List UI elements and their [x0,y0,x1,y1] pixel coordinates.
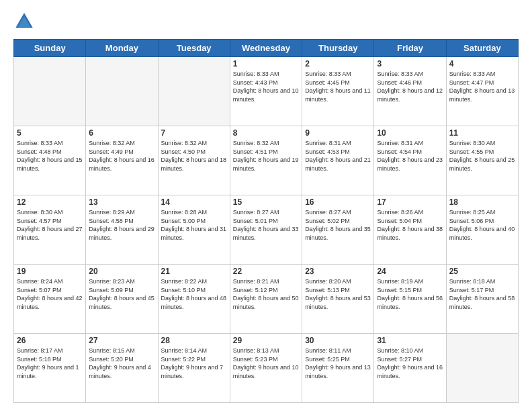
day-info: Sunrise: 8:33 AM Sunset: 4:48 PM Dayligh… [17,139,83,173]
calendar-day-cell: 10Sunrise: 8:31 AM Sunset: 4:54 PM Dayli… [374,126,446,195]
calendar-day-cell: 8Sunrise: 8:32 AM Sunset: 4:51 PM Daylig… [230,126,302,195]
calendar-week-row: 1Sunrise: 8:33 AM Sunset: 4:43 PM Daylig… [14,57,519,126]
day-info: Sunrise: 8:13 AM Sunset: 5:23 PM Dayligh… [233,347,299,380]
day-of-week-header: Tuesday [158,40,230,57]
day-number: 10 [377,128,443,138]
calendar-day-cell: 23Sunrise: 8:20 AM Sunset: 5:13 PM Dayli… [302,265,374,334]
day-number: 5 [17,128,83,138]
calendar-day-cell: 28Sunrise: 8:14 AM Sunset: 5:22 PM Dayli… [158,334,230,403]
day-info: Sunrise: 8:32 AM Sunset: 4:49 PM Dayligh… [89,139,154,173]
calendar-week-row: 5Sunrise: 8:33 AM Sunset: 4:48 PM Daylig… [14,126,519,195]
day-number: 20 [89,267,154,276]
day-info: Sunrise: 8:33 AM Sunset: 4:46 PM Dayligh… [377,70,443,103]
day-number: 25 [449,267,515,276]
day-number: 7 [161,128,227,138]
day-info: Sunrise: 8:32 AM Sunset: 4:51 PM Dayligh… [233,139,299,173]
day-number: 8 [233,128,299,138]
day-number: 15 [233,197,299,207]
calendar-day-cell: 12Sunrise: 8:30 AM Sunset: 4:57 PM Dayli… [14,195,86,265]
day-number: 17 [377,197,443,207]
day-info: Sunrise: 8:27 AM Sunset: 5:02 PM Dayligh… [305,208,371,242]
calendar-day-cell: 11Sunrise: 8:30 AM Sunset: 4:55 PM Dayli… [446,126,518,195]
day-of-week-header: Monday [86,40,158,57]
calendar-day-cell [158,57,230,126]
calendar-day-cell: 5Sunrise: 8:33 AM Sunset: 4:48 PM Daylig… [14,126,86,195]
calendar-day-cell: 6Sunrise: 8:32 AM Sunset: 4:49 PM Daylig… [86,126,158,195]
calendar-week-row: 12Sunrise: 8:30 AM Sunset: 4:57 PM Dayli… [14,195,519,265]
day-number: 6 [89,128,154,138]
day-info: Sunrise: 8:18 AM Sunset: 5:17 PM Dayligh… [449,277,515,311]
calendar-table: SundayMondayTuesdayWednesdayThursdayFrid… [13,39,519,403]
calendar-day-cell: 9Sunrise: 8:31 AM Sunset: 4:53 PM Daylig… [302,126,374,195]
calendar-day-cell: 14Sunrise: 8:28 AM Sunset: 5:00 PM Dayli… [158,195,230,265]
calendar-day-cell: 13Sunrise: 8:29 AM Sunset: 4:58 PM Dayli… [86,195,158,265]
day-of-week-header: Thursday [302,40,374,57]
day-number: 18 [449,197,515,207]
day-info: Sunrise: 8:26 AM Sunset: 5:04 PM Dayligh… [377,208,443,242]
day-info: Sunrise: 8:24 AM Sunset: 5:07 PM Dayligh… [17,277,83,311]
calendar-day-cell: 18Sunrise: 8:25 AM Sunset: 5:06 PM Dayli… [446,195,518,265]
day-number: 13 [89,197,154,207]
calendar-day-cell: 24Sunrise: 8:19 AM Sunset: 5:15 PM Dayli… [374,265,446,334]
logo [13,11,38,32]
calendar-day-cell: 15Sunrise: 8:27 AM Sunset: 5:01 PM Dayli… [230,195,302,265]
calendar-day-cell: 30Sunrise: 8:11 AM Sunset: 5:25 PM Dayli… [302,334,374,403]
day-of-week-header: Wednesday [230,40,302,57]
day-number: 21 [161,267,227,276]
calendar-day-cell: 31Sunrise: 8:10 AM Sunset: 5:27 PM Dayli… [374,334,446,403]
day-number: 30 [305,336,371,345]
calendar-day-cell: 16Sunrise: 8:27 AM Sunset: 5:02 PM Dayli… [302,195,374,265]
day-info: Sunrise: 8:28 AM Sunset: 5:00 PM Dayligh… [161,208,227,242]
calendar-day-cell: 7Sunrise: 8:32 AM Sunset: 4:50 PM Daylig… [158,126,230,195]
day-number: 12 [17,197,83,207]
day-info: Sunrise: 8:31 AM Sunset: 4:54 PM Dayligh… [377,139,443,173]
day-info: Sunrise: 8:30 AM Sunset: 4:57 PM Dayligh… [17,208,83,242]
day-number: 31 [377,336,443,345]
day-number: 26 [17,336,83,345]
day-number: 9 [305,128,371,138]
day-info: Sunrise: 8:19 AM Sunset: 5:15 PM Dayligh… [377,277,443,311]
day-info: Sunrise: 8:21 AM Sunset: 5:12 PM Dayligh… [233,277,299,311]
day-info: Sunrise: 8:31 AM Sunset: 4:53 PM Dayligh… [305,139,371,173]
day-number: 2 [305,59,371,68]
day-info: Sunrise: 8:33 AM Sunset: 4:43 PM Dayligh… [233,70,299,103]
day-info: Sunrise: 8:23 AM Sunset: 5:09 PM Dayligh… [89,277,154,311]
day-number: 19 [17,267,83,276]
day-number: 22 [233,267,299,276]
day-info: Sunrise: 8:29 AM Sunset: 4:58 PM Dayligh… [89,208,154,242]
calendar-day-cell: 1Sunrise: 8:33 AM Sunset: 4:43 PM Daylig… [230,57,302,126]
day-info: Sunrise: 8:32 AM Sunset: 4:50 PM Dayligh… [161,139,227,173]
day-info: Sunrise: 8:33 AM Sunset: 4:45 PM Dayligh… [305,70,371,103]
day-info: Sunrise: 8:11 AM Sunset: 5:25 PM Dayligh… [305,347,371,380]
day-info: Sunrise: 8:22 AM Sunset: 5:10 PM Dayligh… [161,277,227,311]
calendar-day-cell: 21Sunrise: 8:22 AM Sunset: 5:10 PM Dayli… [158,265,230,334]
day-number: 27 [89,336,154,345]
calendar-week-row: 26Sunrise: 8:17 AM Sunset: 5:18 PM Dayli… [14,334,519,403]
day-info: Sunrise: 8:10 AM Sunset: 5:27 PM Dayligh… [377,347,443,380]
day-info: Sunrise: 8:25 AM Sunset: 5:06 PM Dayligh… [449,208,515,242]
calendar-day-cell: 19Sunrise: 8:24 AM Sunset: 5:07 PM Dayli… [14,265,86,334]
calendar-day-cell [446,334,518,403]
calendar-day-cell: 2Sunrise: 8:33 AM Sunset: 4:45 PM Daylig… [302,57,374,126]
calendar-day-cell: 4Sunrise: 8:33 AM Sunset: 4:47 PM Daylig… [446,57,518,126]
day-info: Sunrise: 8:14 AM Sunset: 5:22 PM Dayligh… [161,347,227,380]
day-number: 16 [305,197,371,207]
day-of-week-header: Sunday [14,40,86,57]
day-info: Sunrise: 8:27 AM Sunset: 5:01 PM Dayligh… [233,208,299,242]
calendar-day-cell: 17Sunrise: 8:26 AM Sunset: 5:04 PM Dayli… [374,195,446,265]
day-info: Sunrise: 8:30 AM Sunset: 4:55 PM Dayligh… [449,139,515,173]
day-number: 29 [233,336,299,345]
page: SundayMondayTuesdayWednesdayThursdayFrid… [0,0,532,411]
day-info: Sunrise: 8:17 AM Sunset: 5:18 PM Dayligh… [17,347,83,380]
day-of-week-header: Saturday [446,40,518,57]
calendar-day-cell: 20Sunrise: 8:23 AM Sunset: 5:09 PM Dayli… [86,265,158,334]
calendar-day-cell: 22Sunrise: 8:21 AM Sunset: 5:12 PM Dayli… [230,265,302,334]
day-of-week-header: Friday [374,40,446,57]
day-number: 28 [161,336,227,345]
calendar-day-cell: 27Sunrise: 8:15 AM Sunset: 5:20 PM Dayli… [86,334,158,403]
day-info: Sunrise: 8:15 AM Sunset: 5:20 PM Dayligh… [89,347,154,380]
calendar-week-row: 19Sunrise: 8:24 AM Sunset: 5:07 PM Dayli… [14,265,519,334]
day-info: Sunrise: 8:33 AM Sunset: 4:47 PM Dayligh… [449,70,515,103]
calendar-day-cell [14,57,86,126]
day-number: 4 [449,59,515,68]
